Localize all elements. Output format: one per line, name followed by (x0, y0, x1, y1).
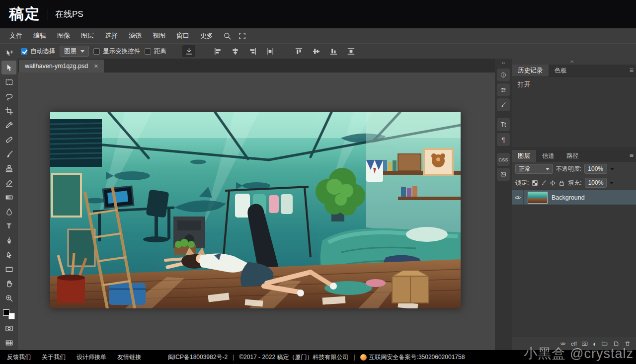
layer-visibility-toggle[interactable] (512, 190, 524, 205)
tool-screenshot[interactable] (1, 321, 16, 335)
align-top-button[interactable] (292, 45, 305, 57)
panel-collapse-icon[interactable]: ›‹ (570, 59, 574, 64)
lock-paint-icon[interactable] (541, 180, 547, 186)
lock-all-icon[interactable] (558, 180, 565, 186)
paragraph-panel-button[interactable]: ¶ (497, 133, 510, 146)
tool-grid[interactable] (1, 336, 16, 350)
layers-panel-tabs: 图层 信道 路径 ≡ (512, 150, 636, 162)
distance-group[interactable]: 距离 (145, 47, 166, 56)
history-panel-menu-icon[interactable]: ≡ (630, 66, 634, 74)
history-list: 打开 (512, 76, 636, 147)
search-icon (223, 31, 232, 41)
auto-select-checkbox[interactable] (21, 48, 27, 55)
tool-shape[interactable] (1, 262, 16, 276)
show-transform-group[interactable]: 显示变换控件 (93, 47, 140, 56)
footer-link-designer[interactable]: 设计师接单 (77, 353, 106, 362)
footer-link-feedback[interactable]: 反馈我们 (7, 353, 31, 362)
distribute-v-button[interactable] (344, 45, 357, 57)
layers-panel-menu-icon[interactable]: ≡ (630, 151, 634, 159)
history-panel-tabs: 历史记录 色板 ≡ (512, 65, 636, 76)
tool-hand[interactable] (1, 277, 16, 291)
align-center-v-button[interactable] (310, 45, 322, 57)
tool-blur[interactable] (1, 205, 16, 218)
canvas-area (18, 73, 495, 350)
brush-settings-button[interactable] (497, 98, 510, 111)
tool-eyedropper[interactable] (1, 118, 16, 132)
tab-channels[interactable]: 信道 (536, 150, 560, 162)
tool-heal[interactable] (1, 133, 16, 146)
distance-checkbox[interactable] (145, 48, 151, 55)
image-panel-button[interactable] (497, 168, 510, 181)
menu-window[interactable]: 窗口 (171, 28, 195, 43)
blend-mode-select[interactable]: 正常 (515, 164, 553, 174)
download-button[interactable] (182, 45, 195, 57)
chevron-down-icon (546, 168, 550, 170)
tool-path-select[interactable] (1, 248, 16, 262)
menu-view[interactable]: 视图 (147, 28, 171, 43)
target-dropdown[interactable]: 图层 (60, 46, 89, 57)
fill-caret-icon[interactable] (610, 182, 614, 184)
menu-more[interactable]: 更多 (195, 28, 219, 43)
show-transform-checkbox[interactable] (93, 48, 100, 55)
tool-lasso[interactable] (1, 89, 16, 103)
align-center-h-button[interactable] (229, 45, 241, 57)
lock-position-icon[interactable] (550, 180, 556, 186)
close-tab-icon[interactable]: × (94, 63, 98, 70)
align-right-button[interactable] (246, 45, 259, 57)
lock-transparency-icon[interactable] (532, 180, 538, 186)
opacity-input[interactable]: 100% (584, 164, 607, 174)
tool-move[interactable] (1, 46, 16, 60)
menu-edit[interactable]: 编辑 (28, 28, 52, 43)
canvas-document[interactable] (50, 112, 461, 308)
css-panel-button[interactable]: CSS (497, 153, 510, 166)
layer-thumbnail[interactable] (528, 192, 548, 204)
distribute-h-button[interactable] (263, 45, 276, 57)
tool-brush[interactable] (1, 147, 16, 161)
history-entry-open[interactable]: 打开 (512, 77, 636, 92)
align-left-button[interactable] (211, 45, 224, 57)
tab-layers[interactable]: 图层 (512, 150, 536, 162)
fill-input[interactable]: 100% (585, 178, 607, 188)
color-swatches[interactable] (3, 309, 15, 319)
document-tab[interactable]: wallhaven-ym1qzg.psd × (19, 60, 104, 73)
tool-marquee[interactable] (1, 75, 16, 89)
tab-history[interactable]: 历史记录 (512, 65, 549, 76)
info-panel-button[interactable] (497, 69, 510, 81)
footer-link-about[interactable]: 关于我们 (42, 353, 66, 362)
adjustments-panel-button[interactable] (497, 83, 510, 96)
menu-layer[interactable]: 图层 (76, 28, 99, 43)
footer-security-item: 互联网安全备案号:35020602001758 (360, 353, 465, 362)
distribute-v-icon (346, 47, 356, 56)
panel-collapse-bar: ›‹ (512, 59, 636, 65)
menu-filter[interactable]: 滤镜 (123, 28, 147, 43)
align-left-icon (213, 47, 223, 56)
tool-pen[interactable] (1, 233, 16, 247)
menu-search-button[interactable] (221, 30, 234, 42)
tab-paths[interactable]: 路径 (560, 150, 585, 162)
opacity-caret-icon[interactable] (610, 168, 614, 170)
lock-label: 锁定: (515, 179, 529, 187)
tool-type[interactable]: T (1, 219, 16, 233)
path-select-icon (4, 250, 14, 260)
tool-gradient[interactable] (1, 190, 16, 204)
tool-select[interactable] (1, 61, 16, 74)
blend-mode-value: 正常 (519, 165, 531, 173)
strip-collapse-icon[interactable]: ‹› (502, 60, 505, 67)
foreground-color-swatch[interactable] (3, 309, 9, 316)
menu-select[interactable]: 选择 (99, 28, 123, 43)
auto-select-group[interactable]: 自动选择 (21, 47, 55, 56)
tool-stamp[interactable] (1, 161, 16, 175)
text-styles-panel-button[interactable]: Tt (497, 118, 510, 131)
menu-image[interactable]: 图像 (52, 28, 76, 43)
menu-file[interactable]: 文件 (4, 28, 28, 43)
tool-eraser[interactable] (1, 176, 16, 190)
layer-row-background[interactable]: Background (512, 190, 636, 205)
fullscreen-button[interactable] (236, 30, 248, 42)
footer-link-friends[interactable]: 友情链接 (117, 353, 141, 362)
tool-zoom[interactable] (1, 291, 16, 305)
css-icon: CSS (498, 157, 508, 162)
tab-swatches[interactable]: 色板 (549, 65, 573, 76)
align-bottom-button[interactable] (327, 45, 340, 57)
product-name: 在线PS (55, 8, 83, 20)
tool-crop[interactable] (1, 104, 16, 118)
